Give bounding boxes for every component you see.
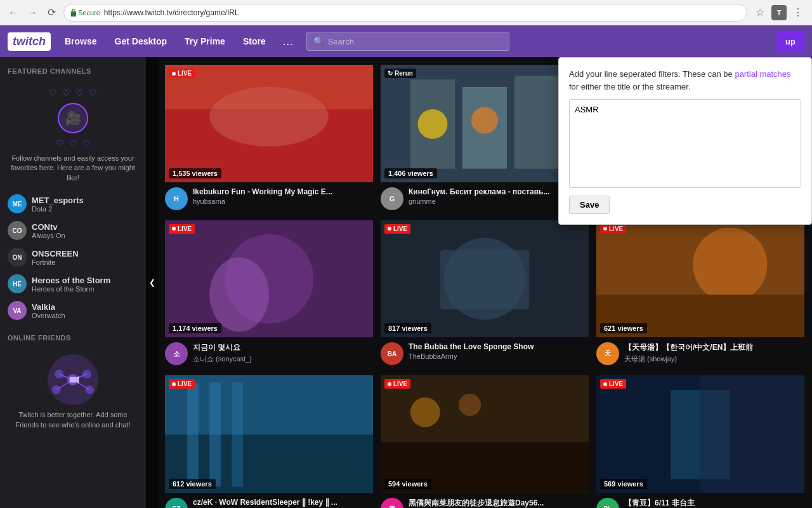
channel-item-heroes[interactable]: HE Heroes of the Storm Heroes of the Sto… bbox=[0, 271, 146, 297]
channel-name-met: MET_esports bbox=[32, 196, 138, 205]
stream-thumb-bg-8 bbox=[596, 375, 804, 493]
live-badge-7: LIVE bbox=[384, 379, 410, 389]
stream-thumb-8: LIVE 569 viewers bbox=[596, 375, 804, 493]
back-button[interactable]: ← bbox=[5, 4, 22, 21]
stream-card-0[interactable]: LIVE 1,535 viewers H Ikebukuro Fun - Wor… bbox=[165, 65, 373, 210]
channel-name-onscreen: ONSCREEN bbox=[32, 249, 138, 258]
nav-desktop[interactable]: Get Desktop bbox=[111, 34, 171, 49]
svg-point-18 bbox=[418, 109, 448, 139]
sidebar-description: Follow channels and easily access your f… bbox=[8, 154, 138, 183]
viewers-badge-0: 1,535 viewers bbox=[169, 168, 221, 178]
svg-point-13 bbox=[209, 87, 328, 147]
stream-info-1: G КиноГнум. Бесит реклама - поставь... g… bbox=[381, 187, 589, 210]
live-dot-4 bbox=[388, 227, 391, 231]
stream-card-5[interactable]: LIVE 621 viewers 天 【天母湯】【한국어/中文/EN】上班前 天… bbox=[596, 220, 804, 366]
channel-game-contv: Always On bbox=[32, 232, 138, 239]
live-badge-3: LIVE bbox=[169, 224, 195, 234]
channel-avatar-contv: CO bbox=[8, 221, 27, 240]
stream-title-8: 【青豆】6/11 非台主 bbox=[624, 498, 804, 509]
filter-textarea[interactable]: ASMR bbox=[569, 99, 801, 188]
featured-channels-title: Featured Channels bbox=[0, 57, 146, 80]
streamer-avatar-3: 소 bbox=[165, 342, 188, 365]
nav-prime[interactable]: Try Prime bbox=[181, 34, 229, 49]
live-dot-7 bbox=[388, 382, 391, 386]
channel-name-valkia: Valkia bbox=[32, 302, 138, 312]
stream-thumb-bg-6 bbox=[165, 375, 373, 493]
twitch-header: twitch Browse Get Desktop Try Prime Stor… bbox=[0, 25, 812, 57]
nav-more[interactable]: … bbox=[280, 32, 296, 51]
browser-actions: ☆ T ⋮ bbox=[751, 4, 807, 22]
reload-button[interactable]: ⟳ bbox=[43, 4, 60, 21]
search-bar[interactable]: 🔍 bbox=[306, 32, 509, 51]
filter-description: Add your line seperated filters. bbox=[569, 69, 681, 79]
stream-title-4: The Bubba the Love Sponge Show bbox=[409, 342, 589, 351]
stream-title-5: 【天母湯】【한국어/中文/EN】上班前 bbox=[624, 342, 804, 353]
streamer-avatar-1: G bbox=[381, 187, 403, 210]
stream-card-4[interactable]: LIVE 817 viewers BA The Bubba the Love S… bbox=[381, 220, 589, 366]
channel-info-contv: CONtv Always On bbox=[32, 222, 138, 239]
live-dot-8 bbox=[603, 382, 607, 386]
search-input[interactable] bbox=[328, 37, 502, 46]
stream-thumb-bg-5 bbox=[596, 220, 804, 338]
stream-card-7[interactable]: LIVE 594 viewers 黑 黑僑與南菜朋友的徒步退息旅遊Day56..… bbox=[381, 375, 589, 508]
stream-details-6: cz/eK · WoW ResidentSleeper ǁ !key ǁ ...… bbox=[193, 498, 373, 509]
sidebar-hearts-2: ♡ ♡ ♡ bbox=[8, 138, 138, 149]
svg-rect-9 bbox=[70, 377, 77, 383]
filter-save-button[interactable]: Save bbox=[569, 196, 610, 214]
profile-icon[interactable]: T bbox=[771, 5, 787, 20]
twitch-logo[interactable]: twitch bbox=[8, 32, 51, 51]
channel-info-met: MET_esports Dota 2 bbox=[32, 196, 138, 213]
stream-card-6[interactable]: LIVE 612 viewers CZ cz/eK · WoW Resident… bbox=[165, 375, 373, 508]
search-icon: 🔍 bbox=[313, 36, 324, 46]
streamer-avatar-6: CZ bbox=[165, 498, 188, 509]
stream-thumb-3: LIVE 1,174 viewers bbox=[165, 220, 373, 338]
channel-item-met[interactable]: ME MET_esports Dota 2 bbox=[0, 190, 146, 217]
bookmark-button[interactable]: ☆ bbox=[751, 4, 769, 22]
live-dot-6 bbox=[172, 382, 176, 386]
channel-item-contv[interactable]: CO CONtv Always On bbox=[0, 217, 146, 244]
stream-details-7: 黑僑與南菜朋友的徒步退息旅遊Day56... blackoverseas bbox=[409, 498, 589, 509]
content-area: ❮ LIVE bbox=[146, 57, 812, 508]
streamer-avatar-8: PL bbox=[596, 498, 619, 509]
live-badge-5: LIVE bbox=[600, 224, 626, 234]
stream-card-1[interactable]: ↻ Rerun 1,406 viewers G КиноГнум. Бесит … bbox=[381, 65, 589, 210]
browser-nav-buttons: ← → ⟳ bbox=[5, 4, 60, 21]
address-bar[interactable]: Secure https://www.twitch.tv/directory/g… bbox=[63, 4, 747, 22]
stream-title-0: Ikebukuro Fun - Working My Magic E... bbox=[193, 187, 373, 196]
forward-button[interactable]: → bbox=[24, 4, 41, 21]
svg-point-19 bbox=[471, 107, 498, 133]
sidebar: Featured Channels ♡ ♡ ♡ ♡ 🎥 ♡ ♡ ♡ Follow… bbox=[0, 57, 146, 508]
channel-game-valkia: Overwatch bbox=[32, 312, 138, 319]
svg-rect-28 bbox=[440, 250, 530, 309]
stream-card-3[interactable]: LIVE 1,174 viewers 소 지금이 몇시요 소니쇼 (sonyca… bbox=[165, 220, 373, 366]
signup-button[interactable]: up bbox=[776, 32, 804, 51]
scroll-indicator[interactable]: ❮ bbox=[146, 57, 159, 508]
svg-rect-34 bbox=[187, 382, 199, 486]
filter-popup-text: Add your line seperated filters. These c… bbox=[569, 68, 801, 93]
stream-info-8: PL 【青豆】6/11 非台主 piko_live bbox=[596, 498, 804, 509]
stream-card-8[interactable]: LIVE 569 viewers PL 【青豆】6/11 非台主 piko_li… bbox=[596, 375, 804, 508]
live-badge-0: LIVE bbox=[169, 69, 195, 78]
stream-channel-4: TheBubbaArmy bbox=[409, 352, 589, 360]
filter-popup: Add your line seperated filters. These c… bbox=[558, 57, 812, 225]
svg-rect-17 bbox=[514, 76, 559, 168]
channel-item-onscreen[interactable]: ON ONSCREEN Fortnite bbox=[0, 244, 146, 271]
friends-section: Twitch is better together. Add some Frie… bbox=[0, 347, 146, 438]
streamer-avatar-7: 黑 bbox=[381, 498, 403, 509]
live-badge-8: LIVE bbox=[600, 379, 626, 389]
menu-button[interactable]: ⋮ bbox=[789, 4, 807, 22]
channel-item-valkia[interactable]: VA Valkia Overwatch bbox=[0, 297, 146, 324]
stream-channel-5: 天母湯 (showjay) bbox=[624, 354, 804, 364]
channel-avatar-met: ME bbox=[8, 194, 27, 213]
stream-info-5: 天 【天母湯】【한국어/中文/EN】上班前 天母湯 (showjay) bbox=[596, 342, 804, 365]
stream-thumb-5: LIVE 621 viewers bbox=[596, 220, 804, 338]
scroll-arrow-icon: ❮ bbox=[149, 278, 155, 287]
nav-browse[interactable]: Browse bbox=[61, 34, 101, 49]
main-layout: Featured Channels ♡ ♡ ♡ ♡ 🎥 ♡ ♡ ♡ Follow… bbox=[0, 57, 812, 508]
filter-partial-matches-link[interactable]: partial matches bbox=[735, 69, 790, 79]
nav-store[interactable]: Store bbox=[239, 34, 270, 49]
stream-title-3: 지금이 몇시요 bbox=[193, 342, 373, 353]
viewers-badge-1: 1,406 viewers bbox=[384, 168, 437, 178]
stream-channel-3: 소니쇼 (sonycast_) bbox=[193, 354, 373, 364]
channel-avatar-heroes: HE bbox=[8, 274, 27, 293]
